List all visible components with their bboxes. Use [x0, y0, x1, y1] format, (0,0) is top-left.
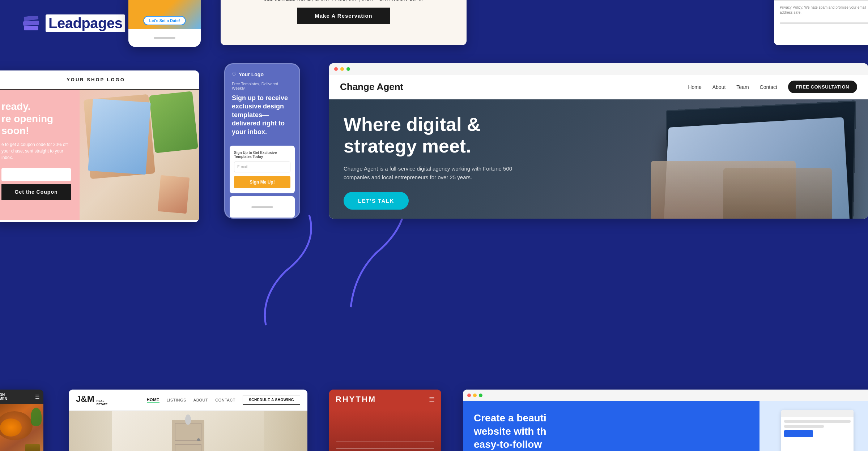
free-consultation-button[interactable]: FREE CONSULTATION: [788, 81, 857, 93]
nav-about[interactable]: ABOUT: [193, 398, 208, 402]
dating-cta-button[interactable]: Let's Set a Date!: [143, 16, 186, 25]
nav-contact[interactable]: Contact: [760, 84, 777, 90]
rhythm-menu-icon[interactable]: ☰: [429, 395, 435, 403]
food-logo-line2: OMEN: [0, 397, 7, 401]
food-card: MON OMEN ☰: [0, 390, 43, 451]
mobile-signup-card: ♡ Your Logo Free Templates, Delivered We…: [224, 63, 300, 219]
reservation-button[interactable]: Make A Reservation: [297, 8, 390, 24]
website-builder-headline: Create a beauti website with th easy-to-…: [474, 412, 749, 451]
realestate-logo: J&M REAL ESTATE: [76, 394, 107, 406]
svg-rect-0: [24, 16, 38, 21]
nav-home[interactable]: Home: [688, 84, 701, 90]
email-input[interactable]: E-mail: [234, 162, 290, 172]
restaurant-address: 311 JEWELL ROAD, SAINT PAUL, MN | MON - …: [228, 0, 459, 2]
website-mockup: [781, 410, 854, 451]
privacy-text: Privacy Policy: We hate spam and promise…: [780, 5, 868, 15]
nav-team[interactable]: Team: [736, 84, 749, 90]
form-label: Sign Up to Get Exclusive Templates Today: [234, 151, 290, 159]
change-agent-headline: Where digital & strategy meet.: [344, 114, 524, 157]
leadpages-logo: Leadpages: [22, 14, 125, 32]
get-coupon-button[interactable]: Get the Coupon: [1, 184, 71, 200]
change-agent-description: Change Agent is a full-service digital a…: [344, 164, 524, 182]
nav-about[interactable]: About: [712, 84, 726, 90]
realestate-card: J&M REAL ESTATE HOME LISTINGS ABOUT CONT…: [69, 390, 307, 451]
change-agent-logo: Change Agent: [340, 81, 403, 93]
change-agent-card: Change Agent Home About Team Contact FRE…: [329, 63, 868, 219]
signup-title: Sign up to receive exclusive design temp…: [232, 94, 293, 136]
website-builder-card: Create a beauti website with th easy-to-…: [463, 390, 868, 451]
realestate-nav: HOME LISTINGS ABOUT CONTACT SCHEDULE A S…: [147, 395, 300, 405]
food-menu-icon[interactable]: ☰: [35, 394, 40, 400]
signup-subtitle: Free Templates, Delivered Weekly.: [232, 82, 293, 90]
mobile-dating-card: Let's Set a Date!: [128, 0, 201, 47]
logo-text: Leadpages: [46, 14, 125, 32]
schedule-showing-button[interactable]: SCHEDULE A SHOWING: [243, 395, 300, 405]
fashion-shop-card: YOUR SHOP LOGO ready. re opening soon! e…: [0, 70, 199, 222]
food-logo-line1: MON: [0, 393, 7, 397]
svg-rect-2: [24, 26, 38, 30]
heart-icon: ♡: [232, 72, 237, 77]
sign-me-up-button[interactable]: Sign Me Up!: [234, 176, 290, 188]
nav-contact[interactable]: CONTACT: [215, 398, 235, 402]
rhythm-card: RHYTHM ☰: [329, 390, 441, 451]
realestate-logo-jm: J&M: [76, 394, 94, 404]
shop-logo: YOUR SHOP LOGO: [0, 77, 192, 82]
top-right-card: Privacy Policy: We hate spam and promise…: [774, 0, 868, 45]
change-agent-nav: Home About Team Contact FREE CONSULTATIO…: [688, 81, 857, 93]
signup-logo-name: Your Logo: [239, 72, 264, 77]
coming-soon-text: ready. re opening soon!: [1, 100, 71, 137]
svg-rect-1: [23, 20, 39, 25]
restaurant-card: 311 JEWELL ROAD, SAINT PAUL, MN | MON - …: [221, 0, 467, 45]
rhythm-logo: RHYTHM: [336, 395, 376, 404]
nav-home[interactable]: HOME: [147, 398, 159, 403]
nav-listings[interactable]: LISTINGS: [167, 398, 186, 402]
lets-talk-button[interactable]: LET'S TALK: [344, 192, 409, 210]
shop-description: e to get a coupon code for 20% off your …: [1, 141, 71, 161]
